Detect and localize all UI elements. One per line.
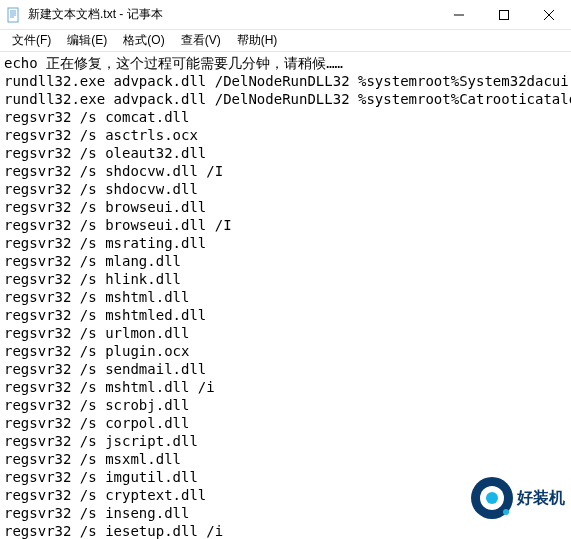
window-controls <box>436 0 571 30</box>
text-editor[interactable]: echo 正在修复，这个过程可能需要几分钟，请稍候…… rundll32.exe… <box>0 52 571 539</box>
minimize-button[interactable] <box>436 0 481 30</box>
notepad-icon <box>6 7 22 23</box>
menu-view[interactable]: 查看(V) <box>173 30 229 51</box>
menu-help[interactable]: 帮助(H) <box>229 30 286 51</box>
maximize-button[interactable] <box>481 0 526 30</box>
titlebar: 新建文本文档.txt - 记事本 <box>0 0 571 30</box>
menubar: 文件(F) 编辑(E) 格式(O) 查看(V) 帮助(H) <box>0 30 571 52</box>
menu-file[interactable]: 文件(F) <box>4 30 59 51</box>
menu-edit[interactable]: 编辑(E) <box>59 30 115 51</box>
menu-format[interactable]: 格式(O) <box>115 30 172 51</box>
close-button[interactable] <box>526 0 571 30</box>
svg-line-7 <box>544 10 554 20</box>
svg-line-8 <box>544 10 554 20</box>
svg-rect-6 <box>499 10 508 19</box>
window-title: 新建文本文档.txt - 记事本 <box>28 6 436 23</box>
